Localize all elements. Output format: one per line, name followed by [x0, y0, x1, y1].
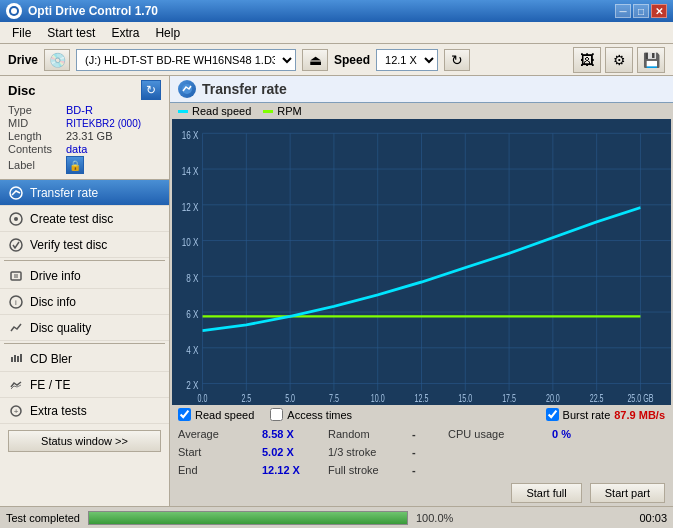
cb-read-speed-input[interactable]: [178, 408, 191, 421]
cb-burst-rate-input[interactable]: [546, 408, 559, 421]
drive-icon-btn[interactable]: 💿: [44, 49, 70, 71]
sidebar: Disc ↻ Type BD-R MID RITEKBR2 (000) Leng…: [0, 76, 170, 506]
nav-verify-test-disc[interactable]: Verify test disc: [0, 232, 169, 258]
disc-panel: Disc ↻ Type BD-R MID RITEKBR2 (000) Leng…: [0, 76, 169, 180]
svg-text:10 X: 10 X: [182, 236, 199, 249]
drive-bar: Drive 💿 (J:) HL-DT-ST BD-RE WH16NS48 1.D…: [0, 44, 673, 76]
chart-svg: 16 X 14 X 12 X 10 X 8 X 6 X 4 X 2 X 0.0 …: [172, 119, 671, 405]
minimize-button[interactable]: ─: [615, 4, 631, 18]
status-window-button[interactable]: Status window >>: [8, 430, 161, 452]
burst-rate-value: 87.9 MB/s: [614, 409, 665, 421]
verify-test-disc-icon: [8, 237, 24, 253]
speed-select[interactable]: 12.1 X: [376, 49, 438, 71]
svg-text:12 X: 12 X: [182, 200, 199, 213]
full-stroke-value: -: [408, 462, 448, 478]
menu-file[interactable]: File: [4, 24, 39, 42]
legend-rpm: RPM: [263, 105, 301, 117]
disc-title: Disc: [8, 83, 141, 98]
disc-mid-value: RITEKBR2 (000): [66, 118, 141, 129]
random-value: -: [408, 426, 448, 442]
disc-label-label: Label: [8, 159, 66, 171]
disc-length-row: Length 23.31 GB: [8, 130, 161, 142]
svg-text:i: i: [15, 298, 17, 307]
disc-header: Disc ↻: [8, 80, 161, 100]
cd-icon-btn[interactable]: 🖼: [573, 47, 601, 73]
title-bar: Opti Drive Control 1.70 ─ □ ✕: [0, 0, 673, 22]
elapsed-time: 00:03: [639, 512, 667, 524]
chart-legend: Read speed RPM: [170, 103, 673, 119]
refresh-speed-button[interactable]: ↻: [444, 49, 470, 71]
cb-access-times: Access times: [270, 408, 352, 421]
app-title: Opti Drive Control 1.70: [28, 4, 615, 18]
save-icon-btn[interactable]: 💾: [637, 47, 665, 73]
stats-table: Average 8.58 X Random - CPU usage 0 % St…: [170, 424, 673, 480]
app-icon: [6, 3, 22, 19]
chart-header-icon: [178, 80, 196, 98]
svg-text:15.0: 15.0: [458, 393, 472, 405]
eject-button[interactable]: ⏏: [302, 49, 328, 71]
cb-read-speed-label: Read speed: [195, 409, 254, 421]
drive-select[interactable]: (J:) HL-DT-ST BD-RE WH16NS48 1.D3: [76, 49, 296, 71]
cd-bler-icon: [8, 351, 24, 367]
stroke-1-3-label: 1/3 stroke: [328, 444, 408, 460]
svg-text:5.0: 5.0: [285, 393, 295, 405]
disc-refresh-button[interactable]: ↻: [141, 80, 161, 100]
speed-label: Speed: [334, 53, 370, 67]
disc-quality-icon: [8, 320, 24, 336]
svg-text:16 X: 16 X: [182, 129, 199, 142]
nav-fe-te[interactable]: FE / TE: [0, 372, 169, 398]
legend-read-speed-color: [178, 110, 188, 113]
nav-cd-bler[interactable]: CD Bler: [0, 346, 169, 372]
cb-access-times-input[interactable]: [270, 408, 283, 421]
disc-mid-label: MID: [8, 117, 66, 129]
checkboxes-bar: Read speed Access times Burst rate 87.9 …: [170, 405, 673, 424]
nav-separator-1: [4, 260, 165, 261]
nav-drive-info-label: Drive info: [30, 269, 81, 283]
disc-label-row: Label 🔒: [8, 156, 161, 174]
nav-extra-tests[interactable]: + Extra tests: [0, 398, 169, 424]
svg-text:8 X: 8 X: [186, 272, 199, 285]
menu-help[interactable]: Help: [147, 24, 188, 42]
nav-create-test-disc[interactable]: Create test disc: [0, 206, 169, 232]
start-part-button[interactable]: Start part: [590, 483, 665, 503]
chart-container: 16 X 14 X 12 X 10 X 8 X 6 X 4 X 2 X 0.0 …: [172, 119, 671, 405]
content-area: Transfer rate Read speed RPM: [170, 76, 673, 506]
svg-point-4: [14, 217, 18, 221]
nav-disc-info[interactable]: i Disc info: [0, 289, 169, 315]
window-buttons: ─ □ ✕: [615, 4, 667, 18]
disc-mid-row: MID RITEKBR2 (000): [8, 117, 161, 129]
menu-extra[interactable]: Extra: [103, 24, 147, 42]
settings-icon-btn[interactable]: ⚙: [605, 47, 633, 73]
legend-rpm-label: RPM: [277, 105, 301, 117]
nav-drive-info[interactable]: Drive info: [0, 263, 169, 289]
disc-label-button[interactable]: 🔒: [66, 156, 84, 174]
nav-create-test-disc-label: Create test disc: [30, 212, 113, 226]
nav-disc-quality[interactable]: Disc quality: [0, 315, 169, 341]
progress-bar-fill: [89, 512, 407, 524]
status-text: Test completed: [6, 512, 80, 524]
nav-transfer-rate[interactable]: Transfer rate: [0, 180, 169, 206]
cpu-usage-value: 0 %: [548, 426, 665, 442]
start-full-button[interactable]: Start full: [511, 483, 581, 503]
nav-extra-tests-label: Extra tests: [30, 404, 87, 418]
disc-contents-value: data: [66, 143, 87, 155]
menu-start-test[interactable]: Start test: [39, 24, 103, 42]
legend-read-speed-label: Read speed: [192, 105, 251, 117]
svg-rect-12: [14, 355, 16, 362]
svg-text:22.5: 22.5: [590, 393, 604, 405]
average-label: Average: [178, 426, 258, 442]
close-button[interactable]: ✕: [651, 4, 667, 18]
menu-bar: File Start test Extra Help: [0, 22, 673, 44]
maximize-button[interactable]: □: [633, 4, 649, 18]
start-label: Start: [178, 444, 258, 460]
progress-text: 100.0%: [416, 512, 453, 524]
fe-te-icon: [8, 377, 24, 393]
random-label: Random: [328, 426, 408, 442]
disc-contents-row: Contents data: [8, 143, 161, 155]
drive-info-icon: [8, 268, 24, 284]
cpu-usage-label: CPU usage: [448, 426, 548, 442]
svg-text:0.0: 0.0: [198, 393, 208, 405]
svg-point-5: [10, 239, 22, 251]
end-label: End: [178, 462, 258, 478]
nav-disc-info-label: Disc info: [30, 295, 76, 309]
